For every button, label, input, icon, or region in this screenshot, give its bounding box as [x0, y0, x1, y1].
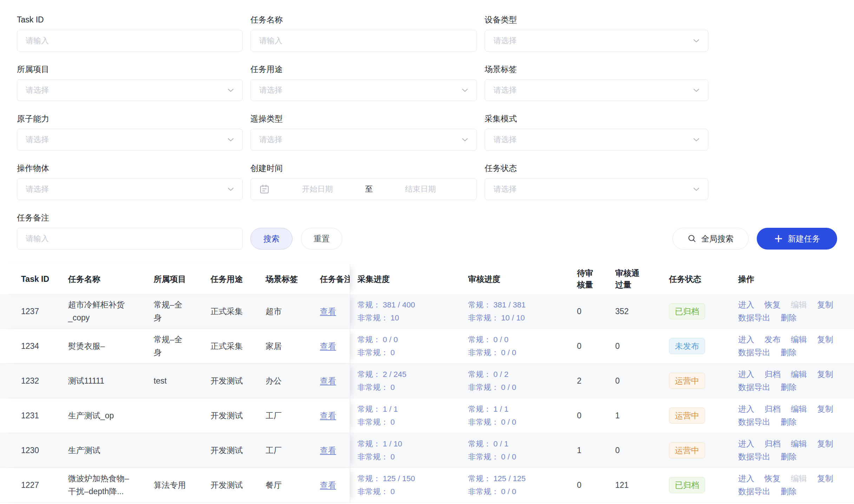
pending-count: 0	[575, 479, 613, 491]
col-header-review-progress: 审核进度	[466, 273, 575, 286]
export-link[interactable]: 数据导出	[738, 416, 770, 429]
create-task-button[interactable]: 新建任务	[757, 228, 837, 250]
device-type-select[interactable]: 请选择	[485, 30, 708, 52]
task-name: 测试11111	[68, 374, 154, 387]
atomic-ability-select[interactable]: 请选择	[17, 129, 243, 151]
chevron-down-icon	[693, 39, 699, 43]
col-header-collect-progress: 采集进度	[350, 273, 466, 286]
task-remark-input[interactable]	[17, 228, 243, 250]
operations: 进入 归档 编辑 复制 数据导出 删除	[735, 403, 854, 429]
export-link[interactable]: 数据导出	[738, 485, 770, 498]
table-row: 1232 测试11111 test 开发测试 办公 查看 常规： 2 / 245…	[0, 364, 854, 398]
filter-task-id: Task ID	[17, 15, 243, 52]
collect-progress: 常规： 2 / 245非常规： 0	[350, 368, 466, 394]
status-badge: 运营中	[669, 407, 705, 424]
approved-count: 352	[613, 306, 669, 317]
collect-progress: 常规： 1 / 10非常规： 0	[350, 437, 466, 463]
task-status-select[interactable]: 请选择	[485, 178, 708, 200]
col-header-pending: 待审 核量	[575, 267, 613, 291]
restore-link[interactable]: 恢复	[764, 298, 781, 311]
copy-link[interactable]: 复制	[817, 333, 833, 346]
archive-link[interactable]: 归档	[764, 403, 781, 416]
status-badge: 运营中	[669, 442, 705, 458]
edit-link[interactable]: 编辑	[791, 333, 807, 346]
copy-link[interactable]: 复制	[817, 437, 833, 450]
project-select[interactable]: 请选择	[17, 79, 243, 101]
view-remark-link[interactable]: 查看	[320, 411, 336, 420]
select-placeholder: 请选择	[26, 134, 49, 145]
delete-link[interactable]: 删除	[781, 450, 797, 463]
view-remark-link[interactable]: 查看	[320, 480, 336, 490]
edit-link[interactable]: 编辑	[791, 437, 807, 450]
delete-link[interactable]: 删除	[781, 485, 797, 498]
purpose: 开发测试	[210, 445, 265, 456]
teleop-type-select[interactable]: 请选择	[250, 129, 477, 151]
pending-count: 1	[575, 445, 613, 456]
col-header-operations: 操作	[735, 273, 854, 286]
enter-link[interactable]: 进入	[738, 368, 754, 381]
task-name: 微波炉加热食物–干扰–depth降...	[68, 472, 154, 498]
export-link[interactable]: 数据导出	[738, 346, 770, 359]
copy-link[interactable]: 复制	[817, 403, 833, 416]
filter-atomic-ability: 原子能力 请选择	[17, 114, 243, 151]
date-range-picker[interactable]: 开始日期 至 结束日期	[250, 178, 477, 200]
object-select[interactable]: 请选择	[17, 178, 243, 200]
archive-link[interactable]: 归档	[764, 368, 781, 381]
task-id-input[interactable]	[17, 30, 243, 52]
delete-link[interactable]: 删除	[781, 311, 797, 324]
select-placeholder: 请选择	[259, 85, 282, 95]
export-link[interactable]: 数据导出	[738, 381, 770, 394]
filter-label: Task ID	[17, 15, 243, 25]
delete-link[interactable]: 删除	[781, 381, 797, 394]
reset-button[interactable]: 重置	[301, 228, 342, 250]
scene-tag: 超市	[265, 306, 320, 317]
restore-link[interactable]: 恢复	[764, 472, 781, 485]
scene-tag: 家居	[265, 341, 320, 352]
global-search-button[interactable]: 全局搜索	[672, 228, 749, 250]
col-header-purpose: 任务用途	[210, 274, 265, 285]
chevron-down-icon	[228, 138, 234, 142]
scene-tag-select[interactable]: 请选择	[485, 79, 708, 101]
delete-link[interactable]: 删除	[781, 346, 797, 359]
date-start-placeholder[interactable]: 开始日期	[270, 184, 365, 194]
publish-link[interactable]: 发布	[764, 333, 781, 346]
filter-task-remark: 任务备注	[17, 213, 243, 250]
export-link[interactable]: 数据导出	[738, 450, 770, 463]
enter-link[interactable]: 进入	[738, 298, 754, 311]
view-remark-link[interactable]: 查看	[320, 341, 336, 351]
view-remark-link[interactable]: 查看	[320, 446, 336, 455]
table-row: 1237 超市冷鲜柜补货_copy 常规–全身 正式采集 超市 查看 常规： 3…	[0, 294, 854, 329]
archive-link[interactable]: 归档	[764, 437, 781, 450]
select-placeholder: 请选择	[493, 85, 517, 95]
col-header-task-id: Task ID	[0, 274, 68, 284]
copy-link[interactable]: 复制	[817, 298, 833, 311]
export-link[interactable]: 数据导出	[738, 311, 770, 324]
enter-link[interactable]: 进入	[738, 333, 754, 346]
edit-link[interactable]: 编辑	[791, 368, 807, 381]
select-placeholder: 请选择	[493, 35, 517, 46]
filter-label: 任务备注	[17, 213, 243, 223]
view-remark-link[interactable]: 查看	[320, 376, 336, 385]
plus-icon	[774, 234, 783, 243]
approved-count: 121	[613, 479, 669, 491]
task-name-input[interactable]	[250, 30, 477, 52]
task-id: 1234	[0, 341, 68, 351]
delete-link[interactable]: 删除	[781, 416, 797, 429]
review-progress: 常规： 1 / 1非常规： 0 / 0	[466, 403, 575, 429]
collect-mode-select[interactable]: 请选择	[485, 129, 708, 151]
enter-link[interactable]: 进入	[738, 403, 754, 416]
purpose-select[interactable]: 请选择	[250, 79, 477, 101]
table-row: 1227 微波炉加热食物–干扰–depth降... 算法专用 开发测试 餐厅 查…	[0, 468, 854, 503]
edit-link[interactable]: 编辑	[791, 403, 807, 416]
enter-link[interactable]: 进入	[738, 437, 754, 450]
select-placeholder: 请选择	[493, 184, 517, 194]
date-end-placeholder[interactable]: 结束日期	[373, 184, 468, 194]
copy-link[interactable]: 复制	[817, 472, 833, 485]
status-badge: 已归档	[669, 477, 705, 493]
task-table: Task ID 任务名称 所属项目 任务用途 场景标签 任务备注 采集进度 审核…	[0, 264, 854, 503]
review-progress: 常规： 0 / 2非常规： 0 / 0	[466, 368, 575, 394]
copy-link[interactable]: 复制	[817, 368, 833, 381]
enter-link[interactable]: 进入	[738, 472, 754, 485]
view-remark-link[interactable]: 查看	[320, 307, 336, 316]
search-button[interactable]: 搜索	[250, 228, 293, 250]
